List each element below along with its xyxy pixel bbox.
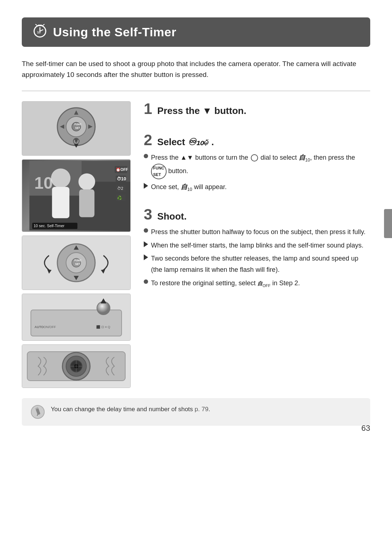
- svg-line-5: [43, 24, 44, 25]
- svg-text:♻️: ♻️: [117, 195, 122, 200]
- self-timer-icon: 10: [32, 23, 48, 42]
- svg-text:FUNC: FUNC: [74, 259, 81, 262]
- step-3-block: 3 Shoot. Press the shutter button halfwa…: [144, 207, 370, 291]
- svg-text:10: 10: [37, 30, 41, 34]
- camera-shutter-image: AUTO ON/OFF ⬛ ⊡ ≡ Q: [22, 294, 131, 341]
- svg-text:SET: SET: [75, 127, 80, 129]
- svg-text:⏱10: ⏱10: [117, 176, 126, 181]
- step-3-bullet-4-text: To restore the original setting, select …: [151, 278, 370, 289]
- bullet-arrow-3-icon: [144, 254, 148, 260]
- svg-text:SET: SET: [75, 263, 80, 265]
- step-3-header: 3 Shoot.: [144, 207, 370, 222]
- step-2-bullet-2: Once set, 自10 will appear.: [144, 181, 370, 193]
- note-box: You can change the delay time and number…: [22, 398, 370, 426]
- svg-point-22: [51, 168, 70, 188]
- svg-text:AUTO: AUTO: [34, 325, 44, 329]
- svg-text:FUNC: FUNC: [74, 123, 81, 126]
- svg-rect-3: [38, 25, 42, 26]
- page-number: 63: [362, 424, 370, 433]
- images-column: FUNC SET ⏱: [22, 101, 131, 388]
- step-2-bullet-1-text: Press the ▲▼ buttons or turn the dial to…: [151, 152, 370, 179]
- step-2-number: 2: [144, 132, 152, 148]
- camera-lens-image: [22, 344, 131, 388]
- camera-dial-image: FUNC SET ⏱: [22, 101, 131, 156]
- svg-text:10: 10: [34, 173, 53, 192]
- svg-text:10 sec. Self-Timer: 10 sec. Self-Timer: [34, 224, 65, 228]
- svg-point-24: [78, 173, 95, 190]
- bullet-arrow-2-icon: [144, 241, 148, 247]
- bullet-arrow-icon: [144, 183, 148, 189]
- svg-text:⬛ ⊡ ≡ Q: ⬛ ⊡ ≡ Q: [96, 325, 110, 329]
- step-3-bullet-2-text: When the self-timer starts, the lamp bli…: [151, 240, 370, 251]
- note-text: You can change the delay time and number…: [51, 405, 210, 414]
- title-bar: 10 Using the Self-Timer: [22, 17, 370, 47]
- step-2-bullet-1: Press the ▲▼ buttons or turn the dial to…: [144, 152, 370, 179]
- svg-rect-46: [31, 310, 122, 336]
- step-3-bullet-2: When the self-timer starts, the lamp bli…: [144, 240, 370, 251]
- step-3-title: Shoot.: [157, 211, 187, 222]
- step-2-block: 2 Select ♾₁₀ᾤ. Press the ▲▼ buttons or t…: [144, 132, 370, 195]
- section-divider: [22, 91, 370, 91]
- step-1-header: 1 Press the ▼ button.: [144, 101, 370, 116]
- step-3-content: Press the shutter button halfway to focu…: [144, 226, 370, 289]
- note-link[interactable]: p. 79: [195, 406, 208, 413]
- bullet-circle-2-icon: [144, 228, 148, 233]
- svg-marker-45: [101, 269, 105, 274]
- note-icon: [30, 405, 45, 419]
- page-container: 10 Using the Self-Timer The self-timer c…: [0, 0, 392, 447]
- svg-text:⏱2: ⏱2: [117, 186, 123, 190]
- intro-paragraph: The self-timer can be used to shoot a gr…: [22, 58, 370, 81]
- svg-rect-23: [52, 187, 69, 218]
- step-3-bullet-1-text: Press the shutter button halfway to focu…: [151, 226, 370, 238]
- bullet-circle-3-icon: [144, 279, 148, 284]
- svg-text:ON/OFF: ON/OFF: [44, 325, 56, 329]
- dial-navigation-image: FUNC SET: [22, 236, 131, 290]
- svg-rect-25: [79, 189, 94, 217]
- step-2-content: Press the ▲▼ buttons or turn the dial to…: [144, 152, 370, 193]
- step-2-bullet-2-text: Once set, 自10 will appear.: [151, 181, 370, 193]
- photo-scene-image: ⏰OFF ⏱10 ⏱2 ♻️ 10 10 sec. Self-Timer: [22, 159, 131, 232]
- step-2-header: 2 Select ♾₁₀ᾤ.: [144, 132, 370, 148]
- svg-line-4: [36, 24, 37, 25]
- step-3-bullet-1: Press the shutter button halfway to focu…: [144, 226, 370, 238]
- page-title: Using the Self-Timer: [53, 25, 176, 39]
- step-1-title: Press the ▼ button.: [157, 105, 246, 116]
- step-2-title: Select ♾₁₀ᾤ.: [157, 136, 214, 148]
- svg-text:ᾤ: ᾤ: [203, 139, 209, 146]
- svg-point-47: [97, 302, 110, 315]
- step-3-bullet-4: To restore the original setting, select …: [144, 278, 370, 289]
- step-3-number: 3: [144, 207, 152, 222]
- step-1-block: 1 Press the ▼ button.: [144, 101, 370, 121]
- steps-column: 1 Press the ▼ button. 2 Select ♾₁₀ᾤ.: [144, 101, 370, 388]
- svg-marker-44: [47, 269, 52, 274]
- svg-text:⏱: ⏱: [75, 140, 78, 143]
- step-1-number: 1: [144, 101, 152, 116]
- svg-text:⏰OFF: ⏰OFF: [116, 167, 128, 172]
- main-content: FUNC SET ⏱: [22, 101, 370, 388]
- svg-marker-48: [101, 298, 106, 303]
- bullet-circle-icon: [144, 154, 148, 158]
- step-3-bullet-3-text: Two seconds before the shutter releases,…: [151, 253, 370, 275]
- right-tab: [384, 209, 392, 238]
- step-3-bullet-3: Two seconds before the shutter releases,…: [144, 253, 370, 275]
